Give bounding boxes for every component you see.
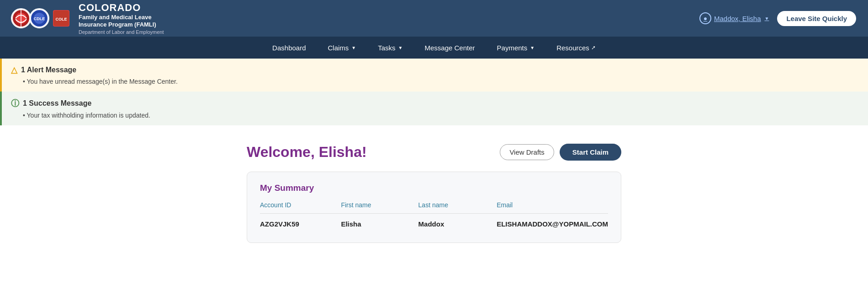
- alert-warning-title: △ 1 Alert Message: [11, 65, 857, 75]
- alert-success-banner: ⓘ 1 Success Message • Your tax withholdi…: [0, 92, 868, 125]
- claims-caret: ▼: [351, 45, 356, 50]
- start-claim-button[interactable]: Start Claim: [560, 144, 621, 161]
- payments-caret: ▼: [530, 45, 535, 50]
- nav-claims[interactable]: Claims ▼: [328, 42, 356, 54]
- leave-site-button[interactable]: Leave Site Quickly: [776, 10, 857, 27]
- department-name: Department of Labor and Employment: [79, 29, 164, 35]
- alert-success-title: ⓘ 1 Success Message: [11, 98, 857, 109]
- resources-external-icon: ➚: [591, 44, 596, 51]
- logo-circles: CDLE COLE: [11, 8, 69, 28]
- welcome-actions: View Drafts Start Claim: [500, 144, 621, 161]
- success-icon: ⓘ: [11, 98, 19, 109]
- nav-dashboard[interactable]: Dashboard: [272, 42, 306, 54]
- summary-card: My Summary Account ID First name Last na…: [247, 172, 621, 243]
- program-name: Family and Medical LeaveInsurance Progra…: [79, 14, 164, 28]
- nav-payments[interactable]: Payments ▼: [497, 42, 535, 54]
- cell-account-id: AZG2VJK59: [260, 214, 341, 228]
- alert-success-body: • Your tax withholding information is up…: [23, 112, 857, 119]
- nav-message-center[interactable]: Message Center: [425, 42, 475, 54]
- logo-cdle-icon: CDLE: [29, 8, 49, 28]
- tasks-caret: ▼: [398, 45, 403, 50]
- state-name: COLORADO: [79, 2, 164, 14]
- col-account-id: Account ID: [260, 201, 341, 214]
- nav-tasks[interactable]: Tasks ▼: [378, 42, 402, 54]
- svg-text:CDLE: CDLE: [34, 16, 45, 21]
- summary-title: My Summary: [260, 183, 608, 193]
- summary-table: Account ID First name Last name Email AZ…: [260, 201, 608, 228]
- cell-email: ELISHAMADDOX@YOPMAIL.COM: [497, 214, 608, 228]
- summary-table-row: AZG2VJK59 Elisha Maddox ELISHAMADDOX@YOP…: [260, 214, 608, 228]
- user-icon: ●: [699, 12, 711, 24]
- nav-resources[interactable]: Resources ➚: [556, 42, 596, 54]
- svg-text:COLE: COLE: [55, 17, 67, 22]
- logo-cole-icon: COLE: [53, 10, 69, 27]
- col-last-name: Last name: [418, 201, 497, 214]
- main-nav: Dashboard Claims ▼ Tasks ▼ Message Cente…: [0, 37, 868, 59]
- cell-first-name: Elisha: [341, 214, 418, 228]
- user-menu[interactable]: ● Maddox, Elisha ▼: [699, 12, 769, 24]
- user-dropdown-caret: ▼: [765, 16, 769, 21]
- main-content: Welcome, Elisha! View Drafts Start Claim…: [0, 125, 868, 261]
- summary-table-header: Account ID First name Last name Email: [260, 201, 608, 214]
- header-logo-area: CDLE COLE COLORADO Family and Medical Le…: [11, 2, 164, 34]
- col-first-name: First name: [341, 201, 418, 214]
- header-right: ● Maddox, Elisha ▼ Leave Site Quickly: [699, 10, 857, 27]
- header: CDLE COLE COLORADO Family and Medical Le…: [0, 0, 868, 37]
- user-name: Maddox, Elisha: [714, 15, 761, 22]
- warning-icon: △: [11, 65, 17, 75]
- welcome-title: Welcome, Elisha!: [247, 144, 367, 161]
- logo-colorado-icon: [11, 8, 31, 28]
- col-email: Email: [497, 201, 608, 214]
- view-drafts-button[interactable]: View Drafts: [500, 144, 554, 160]
- alert-warning-banner: △ 1 Alert Message • You have unread mess…: [0, 59, 868, 92]
- cell-last-name: Maddox: [418, 214, 497, 228]
- welcome-row: Welcome, Elisha! View Drafts Start Claim: [247, 144, 621, 161]
- alert-warning-body: • You have unread message(s) in the Mess…: [23, 78, 857, 85]
- header-title-block: COLORADO Family and Medical LeaveInsuran…: [79, 2, 164, 34]
